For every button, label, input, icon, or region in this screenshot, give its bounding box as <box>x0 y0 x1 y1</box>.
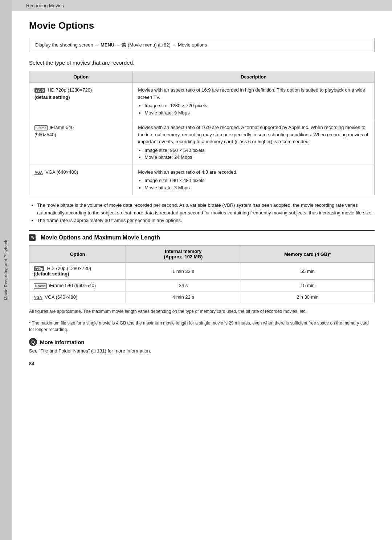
length-option-vga: VGA VGA (640×480) <box>29 291 126 303</box>
length-iframe-internal: 34 s <box>126 280 241 291</box>
top-bar-text: Recording Movies <box>26 3 64 8</box>
length-720p-card: 55 min <box>241 263 374 280</box>
desc-720p: Movies with an aspect ratio of 16:9 are … <box>133 83 375 120</box>
option-720p: 720p HD 720p (1280×720)(default setting) <box>29 83 133 120</box>
note-item: The frame rate is approximately 30 frame… <box>37 217 375 225</box>
iframe-icon: iFrame <box>34 125 48 130</box>
vga-icon-small: VGA <box>34 295 42 300</box>
720p-icon-small: 720p <box>34 266 44 271</box>
desc-iframe: Movies with an aspect ratio of 16:9 are … <box>133 120 375 165</box>
table-row: 720p HD 720p (1280×720)(default setting)… <box>29 83 375 120</box>
option-iframe: iFrame iFrame 540(960×540) <box>29 120 133 165</box>
notes-section: The movie bitrate is the volume of movie… <box>29 202 375 224</box>
length-iframe-card: 15 min <box>241 280 374 291</box>
length-vga-label: VGA (640×480) <box>45 294 77 300</box>
table-row: VGA VGA (640×480) Movies with an aspect … <box>29 165 375 195</box>
length-table: Option Internal memory (Approx. 102 MB) … <box>29 245 375 303</box>
length-table-header-internal: Internal memory (Approx. 102 MB) <box>126 246 241 263</box>
more-info-section: Q More Information See "File and Folder … <box>29 338 375 354</box>
length-option-iframe: iFrame iFrame 540 (960×540) <box>29 280 126 291</box>
bullet-item: Movie bitrate: 9 Mbps <box>144 109 369 117</box>
options-table: Option Description 720p HD 720p (1280×72… <box>29 71 375 195</box>
table-row: iFrame iFrame 540(960×540) Movies with a… <box>29 120 375 165</box>
length-table-header-card: Memory card (4 GB)* <box>241 246 374 263</box>
length-section-title: Movie Options and Maximum Movie Length <box>41 234 160 241</box>
bullet-item: Movie bitrate: 24 Mbps <box>144 154 369 161</box>
length-vga-internal: 4 min 22 s <box>126 291 241 303</box>
subtitle: Select the type of movies that are recor… <box>29 60 375 66</box>
options-table-header-option: Option <box>29 71 133 83</box>
more-info-text: See "File and Folder Names" (□ 131) for … <box>29 348 375 354</box>
length-option-720p: 720p HD 720p (1280×720)(default setting) <box>29 263 126 280</box>
table-row: 720p HD 720p (1280×720)(default setting)… <box>29 263 375 280</box>
note-section-icon: ✎ <box>29 234 36 241</box>
length-section-heading: ✎ Movie Options and Maximum Movie Length <box>29 230 375 241</box>
table-row: iFrame iFrame 540 (960×540) 34 s 15 min <box>29 280 375 291</box>
header-internal-line2: (Approx. 102 MB) <box>164 254 203 259</box>
option-vga-label: VGA (640×480) <box>45 169 78 175</box>
main-content: Recording Movies Movie Options Display t… <box>12 0 392 540</box>
footnote-general: All figures are approximate. The maximum… <box>29 308 375 315</box>
content-area: Movie Options Display the shooting scree… <box>12 11 392 377</box>
bullet-item: Image size: 960 × 540 pixels <box>144 147 369 154</box>
page-title: Movie Options <box>29 20 375 31</box>
options-table-header-description: Description <box>133 71 375 83</box>
table-row: VGA VGA (640×480) 4 min 22 s 2 h 30 min <box>29 291 375 303</box>
more-info-title: More Information <box>40 339 85 345</box>
side-tab: Movie Recording and Playback <box>0 0 12 540</box>
720p-icon: 720p <box>34 88 45 93</box>
more-info-icon: Q <box>29 338 37 346</box>
length-720p-internal: 1 min 32 s <box>126 263 241 280</box>
desc-vga: Movies with an aspect ratio of 4:3 are r… <box>133 165 375 195</box>
note-item: The movie bitrate is the volume of movie… <box>37 202 375 217</box>
bullet-item: Movie bitrate: 3 Mbps <box>144 184 369 192</box>
length-table-header-option: Option <box>29 246 126 263</box>
length-vga-card: 2 h 30 min <box>241 291 374 303</box>
length-iframe-label: iFrame 540 (960×540) <box>49 283 96 288</box>
vga-icon: VGA <box>34 170 43 175</box>
bullet-item: Image size: 1280 × 720 pixels <box>144 102 369 109</box>
nav-box-text: Display the shooting screen → MENU → 禁 (… <box>35 42 207 48</box>
option-vga: VGA VGA (640×480) <box>29 165 133 195</box>
page-number: 84 <box>29 361 375 366</box>
iframe-icon-small: iFrame <box>34 283 47 289</box>
more-info-heading: Q More Information <box>29 338 375 346</box>
bullet-item: Image size: 640 × 480 pixels <box>144 177 369 184</box>
nav-box: Display the shooting screen → MENU → 禁 (… <box>29 38 375 52</box>
header-internal-line1: Internal memory <box>165 249 201 254</box>
top-bar: Recording Movies <box>12 0 392 11</box>
footnote-asterisk: * The maximum file size for a single mov… <box>29 320 375 333</box>
side-tab-label: Movie Recording and Playback <box>4 240 8 300</box>
